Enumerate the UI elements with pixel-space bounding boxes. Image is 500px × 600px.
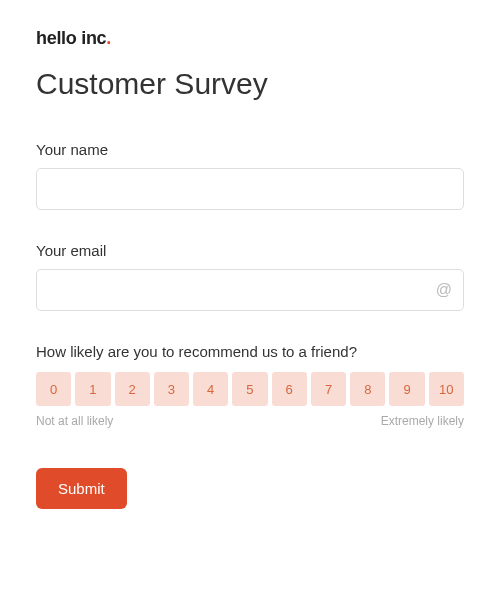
nps-scale-labels: Not at all likely Extremely likely	[36, 414, 464, 428]
email-field-group: Your email @	[36, 242, 464, 311]
nps-option-9[interactable]: 9	[389, 372, 424, 406]
nps-option-4[interactable]: 4	[193, 372, 228, 406]
name-input[interactable]	[36, 168, 464, 210]
nps-option-5[interactable]: 5	[232, 372, 267, 406]
name-field-group: Your name	[36, 141, 464, 210]
nps-high-label: Extremely likely	[381, 414, 464, 428]
email-label: Your email	[36, 242, 464, 259]
nps-option-7[interactable]: 7	[311, 372, 346, 406]
nps-question: How likely are you to recommend us to a …	[36, 343, 464, 360]
nps-option-6[interactable]: 6	[272, 372, 307, 406]
logo-dot: .	[106, 28, 111, 48]
nps-option-1[interactable]: 1	[75, 372, 110, 406]
nps-option-0[interactable]: 0	[36, 372, 71, 406]
name-label: Your name	[36, 141, 464, 158]
page-title: Customer Survey	[36, 67, 464, 101]
nps-section: How likely are you to recommend us to a …	[36, 343, 464, 428]
logo-text: hello inc	[36, 28, 106, 48]
nps-options-row: 0 1 2 3 4 5 6 7 8 9 10	[36, 372, 464, 406]
nps-option-8[interactable]: 8	[350, 372, 385, 406]
email-input[interactable]	[36, 269, 464, 311]
nps-low-label: Not at all likely	[36, 414, 113, 428]
nps-option-2[interactable]: 2	[115, 372, 150, 406]
nps-option-10[interactable]: 10	[429, 372, 464, 406]
nps-option-3[interactable]: 3	[154, 372, 189, 406]
submit-button[interactable]: Submit	[36, 468, 127, 509]
brand-logo: hello inc.	[36, 28, 464, 49]
